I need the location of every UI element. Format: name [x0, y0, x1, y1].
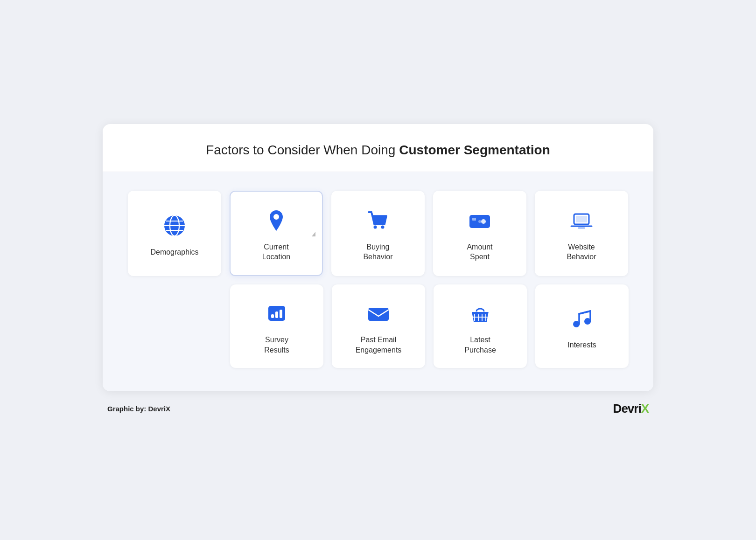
svg-point-25: [573, 321, 580, 327]
card-row-1: Demographics CurrentLocation: [126, 191, 630, 276]
card-survey-results[interactable]: SurveyResults: [230, 284, 323, 368]
past-email-label: Past EmailEngagements: [356, 335, 402, 355]
title-section: Factors to Consider When Doing Customer …: [103, 124, 653, 172]
devrix-logo: DevriX: [613, 402, 649, 416]
grid-section: Demographics CurrentLocation: [103, 172, 653, 391]
music-icon: [569, 305, 595, 332]
svg-point-6: [374, 225, 377, 228]
svg-rect-17: [275, 312, 278, 318]
svg-rect-16: [271, 314, 274, 318]
basket-icon: [467, 300, 493, 326]
website-behavior-label: WebsiteBehavior: [567, 242, 596, 262]
chart-icon: [264, 300, 290, 326]
main-card: Factors to Consider When Doing Customer …: [103, 124, 653, 391]
demographics-label: Demographics: [150, 247, 198, 257]
card-website-behavior[interactable]: WebsiteBehavior: [535, 191, 628, 276]
email-icon: [365, 300, 392, 326]
card-amount-spent[interactable]: AmountSpent: [433, 191, 526, 276]
current-location-label: CurrentLocation: [262, 242, 291, 262]
svg-point-10: [481, 219, 486, 224]
laptop-icon: [568, 208, 595, 234]
buying-behavior-label: BuyingBehavior: [363, 242, 392, 262]
money-icon: [467, 208, 493, 234]
pin-icon: [263, 208, 289, 234]
card-demographics[interactable]: Demographics: [128, 191, 221, 276]
brand-name: DevriX: [148, 405, 171, 413]
cart-icon: [365, 208, 391, 234]
card-row-2: SurveyResults Past EmailEngagements: [126, 284, 630, 368]
footer-credit: Graphic by: DevriX: [107, 405, 170, 413]
latest-purchase-label: LatestPurchase: [464, 335, 496, 355]
amount-spent-label: AmountSpent: [467, 242, 492, 262]
card-interests[interactable]: Interests: [535, 284, 629, 368]
svg-point-7: [381, 225, 385, 228]
page-title: Factors to Consider When Doing Customer …: [131, 143, 625, 158]
card-latest-purchase[interactable]: LatestPurchase: [434, 284, 527, 368]
card-current-location[interactable]: CurrentLocation: [230, 191, 323, 276]
svg-rect-18: [280, 310, 282, 318]
footer: Graphic by: DevriX DevriX: [103, 391, 653, 416]
svg-point-11: [478, 220, 481, 223]
svg-rect-13: [576, 216, 587, 222]
card-past-email[interactable]: Past EmailEngagements: [332, 284, 425, 368]
devrix-text: Devri: [613, 402, 641, 416]
survey-results-label: SurveyResults: [264, 335, 289, 355]
card-buying-behavior[interactable]: BuyingBehavior: [331, 191, 425, 276]
svg-rect-9: [472, 218, 476, 221]
devrix-x: X: [641, 402, 649, 416]
svg-point-5: [273, 214, 279, 220]
globe-icon: [161, 213, 188, 239]
svg-point-26: [584, 318, 591, 325]
interests-label: Interests: [567, 340, 596, 350]
